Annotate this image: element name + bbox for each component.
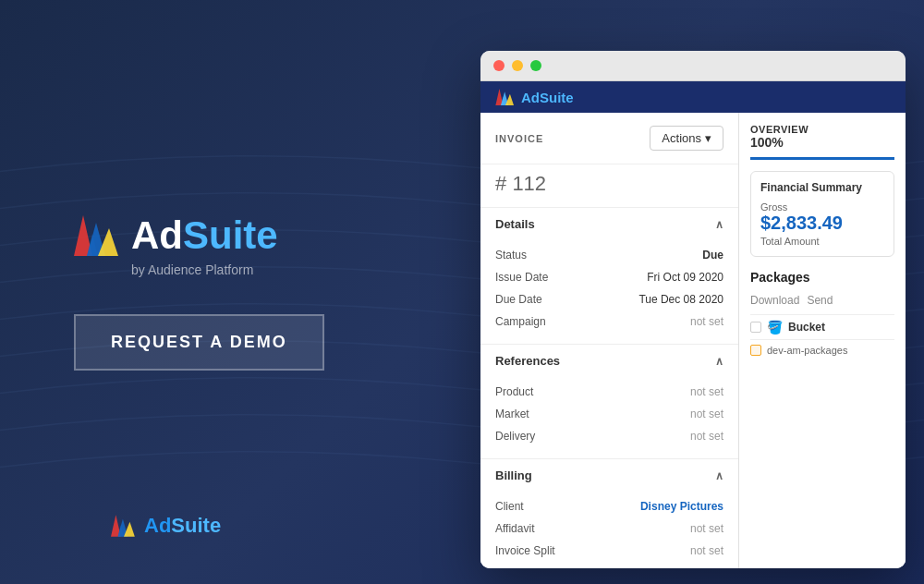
field-label-due-date: Due Date xyxy=(495,293,542,306)
browser-titlebar xyxy=(480,51,906,81)
field-row-campaign: Campaign not set xyxy=(495,310,723,333)
demo-button[interactable]: REQUEST A DEMO xyxy=(74,314,324,371)
navbar-logo: AdSuite xyxy=(495,89,574,105)
field-row-client: Client Disney Pictures xyxy=(495,495,723,517)
browser-navbar: AdSuite xyxy=(480,81,906,113)
browser-window: AdSuite INVOICE Actions ▾ # 112 xyxy=(480,51,906,568)
logo-brand: Ad xyxy=(131,213,183,257)
invoice-number-row: # 112 xyxy=(480,164,738,208)
references-section: References ∧ Product not set Market not … xyxy=(480,345,738,459)
traffic-light-red[interactable] xyxy=(493,60,505,71)
field-row-affidavit: Affidavit not set xyxy=(495,517,723,540)
field-row-product: Product not set xyxy=(495,381,723,403)
field-row-status: Status Due xyxy=(495,244,723,266)
package-row-dev: dev-am-packages xyxy=(750,339,894,360)
navbar-logo-text: AdSuite xyxy=(521,90,574,105)
field-label-market: Market xyxy=(495,408,529,420)
field-row-delivery: Delivery not set xyxy=(495,425,723,447)
bottom-logo-brand: Ad xyxy=(144,514,171,537)
billing-section: Billing ∧ Client Disney Pictures Affidav… xyxy=(480,459,738,568)
right-panel: OVERVIEW 100% Financial Summary Gross $2… xyxy=(739,113,906,568)
overview-section: OVERVIEW 100% xyxy=(750,124,894,160)
billing-header[interactable]: Billing ∧ xyxy=(480,459,738,492)
field-row-invoice-split: Invoice Split not set xyxy=(495,540,723,562)
field-label-invoice-split: Invoice Split xyxy=(495,544,555,557)
traffic-light-yellow[interactable] xyxy=(512,60,523,71)
field-row-market: Market not set xyxy=(495,403,723,425)
package-checkbox-dev[interactable] xyxy=(750,345,761,356)
bucket-icon: 🪣 xyxy=(767,320,783,335)
packages-actions: Download Send xyxy=(750,294,894,307)
actions-button[interactable]: Actions ▾ xyxy=(650,126,723,151)
package-checkbox-bucket[interactable] xyxy=(750,322,761,333)
traffic-light-green[interactable] xyxy=(530,60,541,71)
field-value-invoice-split: not set xyxy=(690,544,723,557)
field-label-campaign: Campaign xyxy=(495,315,546,328)
field-value-delivery: not set xyxy=(690,430,723,443)
gross-amount: $2,833.49 xyxy=(760,213,884,234)
field-label-affidavit: Affidavit xyxy=(495,522,534,535)
field-label-product: Product xyxy=(495,385,533,398)
adsuite-logo-icon xyxy=(74,215,122,256)
bottom-logo: AdSuite xyxy=(111,514,221,538)
send-button[interactable]: Send xyxy=(807,294,833,307)
details-title: Details xyxy=(495,217,535,231)
field-label-issue-date: Issue Date xyxy=(495,271,548,284)
billing-body: Client Disney Pictures Affidavit not set… xyxy=(480,492,738,568)
field-label-status: Status xyxy=(495,249,527,262)
field-value-status: Due xyxy=(702,249,723,262)
field-value-market: not set xyxy=(690,408,723,420)
invoice-label: INVOICE xyxy=(495,133,543,144)
bottom-logo-text: AdSuite xyxy=(144,514,221,538)
references-chevron-icon: ∧ xyxy=(715,355,723,368)
logo-suffix: Suite xyxy=(183,213,278,257)
details-section: Details ∧ Status Due Issue Date Fri Oct … xyxy=(480,208,738,345)
total-label: Total Amount xyxy=(760,236,884,247)
actions-chevron-icon: ▾ xyxy=(705,131,711,145)
details-body: Status Due Issue Date Fri Oct 09 2020 Du… xyxy=(480,240,738,344)
tagline: by Audience Platform xyxy=(131,262,253,277)
gross-label: Gross xyxy=(760,201,884,213)
field-row-due-date: Due Date Tue Dec 08 2020 xyxy=(495,288,723,310)
references-title: References xyxy=(495,354,560,368)
field-label-client: Client xyxy=(495,500,524,513)
main-logo-text: AdSuite xyxy=(131,213,278,258)
field-value-product: not set xyxy=(690,385,723,398)
download-button[interactable]: Download xyxy=(750,294,799,307)
packages-section: Packages Download Send 🪣 Bucket dev-am-p… xyxy=(750,270,894,360)
field-value-affidavit: not set xyxy=(690,522,723,535)
billing-title: Billing xyxy=(495,468,532,482)
financial-card: Financial Summary Gross $2,833.49 Total … xyxy=(750,171,894,257)
overview-title: OVERVIEW xyxy=(750,124,894,135)
references-body: Product not set Market not set Delivery … xyxy=(480,377,738,458)
package-row-bucket: 🪣 Bucket xyxy=(750,314,894,339)
field-value-client[interactable]: Disney Pictures xyxy=(640,500,723,513)
packages-title: Packages xyxy=(750,270,894,285)
package-name-dev: dev-am-packages xyxy=(767,345,847,356)
invoice-hash: # xyxy=(495,172,506,195)
billing-chevron-icon: ∧ xyxy=(715,469,723,482)
overview-percent: 100% xyxy=(750,135,894,150)
field-value-issue-date: Fri Oct 09 2020 xyxy=(647,271,723,284)
financial-title: Financial Summary xyxy=(760,181,884,194)
left-branding-section: AdSuite by Audience Platform REQUEST A D… xyxy=(74,213,324,371)
references-header[interactable]: References ∧ xyxy=(480,345,738,377)
details-header[interactable]: Details ∧ xyxy=(480,208,738,240)
field-value-due-date: Tue Dec 08 2020 xyxy=(638,293,723,306)
actions-label: Actions xyxy=(662,131,701,145)
details-chevron-icon: ∧ xyxy=(715,218,723,231)
invoice-number-value: 112 xyxy=(512,172,546,195)
package-name-bucket: Bucket xyxy=(788,321,825,334)
field-row-issue-date: Issue Date Fri Oct 09 2020 xyxy=(495,266,723,288)
invoice-header: INVOICE Actions ▾ xyxy=(480,113,738,164)
browser-content: INVOICE Actions ▾ # 112 Details ∧ xyxy=(480,113,906,568)
field-value-campaign: not set xyxy=(690,315,723,328)
main-logo: AdSuite xyxy=(74,213,278,258)
field-label-delivery: Delivery xyxy=(495,430,535,443)
main-panel: INVOICE Actions ▾ # 112 Details ∧ xyxy=(480,113,739,568)
bottom-logo-suffix: Suite xyxy=(171,514,221,537)
